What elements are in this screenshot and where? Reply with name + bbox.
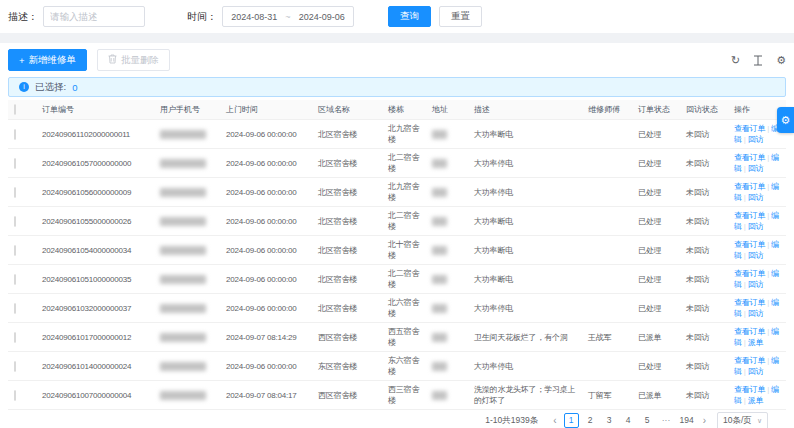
action-link-dispatch-or-followup[interactable]: 回访 — [748, 135, 764, 144]
date-end-value[interactable]: 2024-09-06 — [299, 12, 345, 22]
row-checkbox-cell — [8, 149, 36, 178]
action-link-dispatch-or-followup[interactable]: 回访 — [748, 164, 764, 173]
building-cell: 北二宿舍楼 — [382, 207, 426, 236]
next-page-icon[interactable]: › — [700, 415, 709, 426]
date-start-value[interactable]: 2024-08-31 — [231, 12, 277, 22]
building-cell: 北二宿舍楼 — [382, 149, 426, 178]
description-filter-input[interactable] — [43, 6, 145, 27]
order-no-cell: 202409061056000000009 — [36, 178, 154, 207]
page-item-194[interactable]: 194 — [678, 413, 696, 428]
order-no-cell: 202409061032000000037 — [36, 294, 154, 323]
action-separator: | — [767, 269, 769, 278]
actions-cell: 查看订单|编辑|回访 — [728, 207, 786, 236]
action-link-dispatch-or-followup[interactable]: 回访 — [748, 367, 764, 376]
description-cell: 大功率停电 — [468, 178, 582, 207]
region-cell: 北区宿舍楼 — [312, 265, 382, 294]
action-separator: | — [744, 251, 746, 260]
action-link-view-order[interactable]: 查看订单 — [734, 327, 765, 336]
master-cell: 王战军 — [582, 323, 632, 352]
row-checkbox-cell — [8, 381, 36, 410]
phone-cell — [154, 381, 220, 410]
action-link-view-order[interactable]: 查看订单 — [734, 356, 765, 365]
table-row: 2024090611020000000112024-09-06 00:00:00… — [8, 120, 786, 149]
phone-cell — [154, 149, 220, 178]
page-item-1[interactable]: 1 — [564, 413, 579, 428]
table-settings-group: ↻ ⚙ — [731, 55, 786, 66]
section-divider — [0, 33, 794, 43]
float-settings-button[interactable]: ⚙ — [777, 107, 794, 133]
column-height-icon[interactable] — [753, 55, 763, 66]
redacted-address — [432, 304, 447, 313]
region-cell: 北区宿舍楼 — [312, 294, 382, 323]
action-link-view-order[interactable]: 查看订单 — [734, 124, 765, 133]
table-row: 2024090610140000000242024-09-06 00:00:00… — [8, 352, 786, 381]
prev-page-icon[interactable]: ‹ — [550, 415, 559, 426]
row-checkbox[interactable] — [14, 187, 16, 198]
order-no-cell: 202409061014000000024 — [36, 352, 154, 381]
order-status-cell: 已处理 — [632, 149, 680, 178]
phone-cell — [154, 352, 220, 381]
order-status-cell: 已处理 — [632, 352, 680, 381]
page-size-select[interactable]: 10条/页 ∨ — [717, 412, 768, 428]
add-repair-order-button[interactable]: + 新增维修单 — [8, 49, 87, 71]
action-link-dispatch-or-followup[interactable]: 派单 — [748, 396, 764, 405]
page-item-4[interactable]: 4 — [621, 413, 636, 428]
row-checkbox[interactable] — [14, 216, 16, 227]
phone-cell — [154, 265, 220, 294]
table-toolbar: + 新增维修单 批量删除 ↻ ⚙ — [8, 43, 786, 77]
action-link-dispatch-or-followup[interactable]: 回访 — [748, 193, 764, 202]
building-cell: 北十宿舍楼 — [382, 236, 426, 265]
info-icon: i — [19, 82, 29, 92]
pagination-pages: 12345···194 — [564, 413, 696, 428]
select-all-checkbox[interactable] — [14, 104, 16, 115]
description-cell: 大功率断电 — [468, 120, 582, 149]
date-range-picker[interactable]: 2024-08-31 ~ 2024-09-06 — [222, 6, 354, 27]
action-link-dispatch-or-followup[interactable]: 回访 — [748, 222, 764, 231]
action-link-view-order[interactable]: 查看订单 — [734, 269, 765, 278]
row-checkbox[interactable] — [14, 129, 16, 140]
column-header: 上门时间 — [220, 100, 312, 120]
order-status-cell: 已处理 — [632, 236, 680, 265]
batch-delete-label: 批量删除 — [121, 54, 159, 67]
column-settings-gear-icon[interactable]: ⚙ — [776, 55, 786, 66]
page-item-5[interactable]: 5 — [640, 413, 655, 428]
reload-icon[interactable]: ↻ — [731, 55, 740, 66]
page-item-3[interactable]: 3 — [602, 413, 617, 428]
action-link-dispatch-or-followup[interactable]: 回访 — [748, 280, 764, 289]
action-link-view-order[interactable]: 查看订单 — [734, 240, 765, 249]
address-cell — [426, 265, 468, 294]
action-link-view-order[interactable]: 查看订单 — [734, 182, 765, 191]
phone-cell — [154, 207, 220, 236]
row-checkbox[interactable] — [14, 390, 16, 401]
row-checkbox[interactable] — [14, 361, 16, 372]
address-cell — [426, 352, 468, 381]
row-checkbox[interactable] — [14, 158, 16, 169]
action-link-view-order[interactable]: 查看订单 — [734, 153, 765, 162]
actions-cell: 查看订单|编辑|回访 — [728, 265, 786, 294]
row-checkbox-cell — [8, 352, 36, 381]
action-separator: | — [767, 356, 769, 365]
batch-delete-button[interactable]: 批量删除 — [97, 49, 170, 71]
row-checkbox[interactable] — [14, 303, 16, 314]
redacted-address — [432, 391, 447, 400]
action-link-dispatch-or-followup[interactable]: 回访 — [748, 309, 764, 318]
followup-status-cell: 未回访 — [680, 265, 728, 294]
row-checkbox[interactable] — [14, 274, 16, 285]
order-no-cell: 202409061057000000000 — [36, 149, 154, 178]
action-link-view-order[interactable]: 查看订单 — [734, 211, 765, 220]
reset-button[interactable]: 重置 — [439, 6, 482, 27]
master-cell — [582, 207, 632, 236]
action-link-view-order[interactable]: 查看订单 — [734, 298, 765, 307]
redacted-phone — [160, 275, 206, 284]
page-item-2[interactable]: 2 — [583, 413, 598, 428]
action-link-view-order[interactable]: 查看订单 — [734, 385, 765, 394]
action-link-dispatch-or-followup[interactable]: 回访 — [748, 251, 764, 260]
query-button[interactable]: 查询 — [388, 6, 431, 27]
column-header: 用户手机号 — [154, 100, 220, 120]
master-cell — [582, 178, 632, 207]
redacted-address — [432, 159, 447, 168]
action-separator: | — [767, 327, 769, 336]
row-checkbox[interactable] — [14, 332, 16, 343]
row-checkbox[interactable] — [14, 245, 16, 256]
action-link-dispatch-or-followup[interactable]: 派单 — [748, 338, 764, 347]
